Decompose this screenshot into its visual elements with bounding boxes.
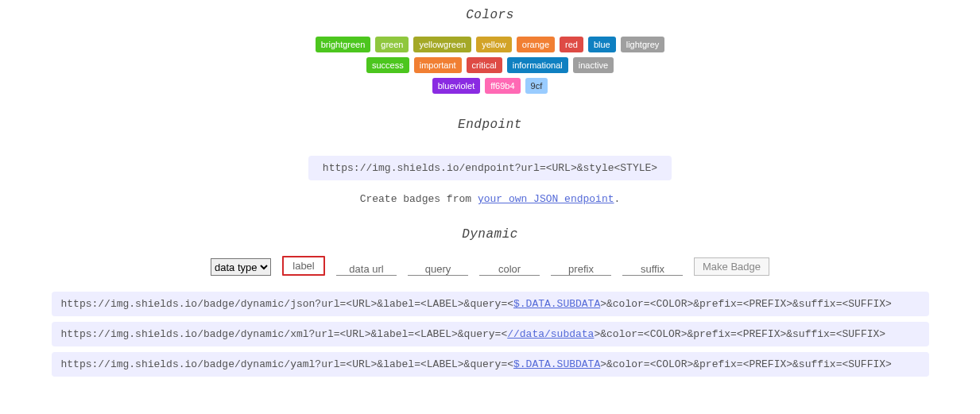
url-query-link[interactable]: $.DATA.SUBDATA xyxy=(513,358,600,370)
color-badge-important: important xyxy=(414,57,462,73)
color-badge-lightgrey: lightgrey xyxy=(621,37,665,52)
section-title-colors: Colors xyxy=(0,8,980,22)
label-input[interactable] xyxy=(282,256,325,276)
colors-badges: brightgreengreenyellowgreenyelloworanger… xyxy=(0,37,980,94)
datatype-select[interactable]: data type xyxy=(211,258,271,276)
endpoint-description: Create badges from your own JSON endpoin… xyxy=(0,193,980,205)
color-input[interactable] xyxy=(479,262,540,276)
url-post: >&color=<COLOR>&prefix=<PREFIX>&suffix=<… xyxy=(600,358,892,370)
url-post: >&color=<COLOR>&prefix=<PREFIX>&suffix=<… xyxy=(594,328,885,340)
dynamic-url-1: https://img.shields.io/badge/dynamic/xml… xyxy=(52,322,929,346)
color-badge-yellowgreen: yellowgreen xyxy=(413,37,471,52)
url-post: >&color=<COLOR>&prefix=<PREFIX>&suffix=<… xyxy=(600,298,892,310)
color-badge-inactive: inactive xyxy=(573,57,614,73)
endpoint-desc-link[interactable]: your own JSON endpoint xyxy=(478,193,614,205)
section-title-dynamic: Dynamic xyxy=(0,227,980,242)
color-badge-orange: orange xyxy=(517,37,555,52)
endpoint-url: https://img.shields.io/endpoint?url=<URL… xyxy=(308,156,672,180)
dynamic-form: data type Make Badge xyxy=(0,256,980,276)
dynamic-url-0: https://img.shields.io/badge/dynamic/jso… xyxy=(52,292,929,316)
color-badge-ff69b4: ff69b4 xyxy=(485,78,520,94)
color-badge-informational: informational xyxy=(507,57,568,73)
url-pre: https://img.shields.io/badge/dynamic/xml… xyxy=(61,328,508,340)
color-badge-blue: blue xyxy=(588,37,616,52)
color-badge-blueviolet: blueviolet xyxy=(432,78,480,94)
dynamic-url-2: https://img.shields.io/badge/dynamic/yam… xyxy=(52,352,929,377)
dataurl-input[interactable] xyxy=(336,262,397,276)
url-query-link[interactable]: $.DATA.SUBDATA xyxy=(513,298,600,310)
make-badge-button[interactable]: Make Badge xyxy=(694,257,769,276)
endpoint-desc-post: . xyxy=(614,193,621,205)
query-input[interactable] xyxy=(408,262,468,276)
color-badge-red: red xyxy=(560,37,583,52)
endpoint-desc-pre: Create badges from xyxy=(360,193,478,205)
section-title-endpoint: Endpoint xyxy=(0,118,980,132)
color-badge-brightgreen: brightgreen xyxy=(316,37,371,52)
url-query-link[interactable]: //data/subdata xyxy=(507,328,594,340)
prefix-input[interactable] xyxy=(551,262,611,276)
suffix-input[interactable] xyxy=(622,262,683,276)
color-badge-yellow: yellow xyxy=(476,37,512,52)
color-badge-success: success xyxy=(366,57,409,73)
dynamic-urls: https://img.shields.io/badge/dynamic/jso… xyxy=(0,292,980,377)
color-badge-green: green xyxy=(375,37,409,52)
url-pre: https://img.shields.io/badge/dynamic/jso… xyxy=(61,298,514,310)
color-badge-critical: critical xyxy=(467,57,502,73)
color-badge-9cf: 9cf xyxy=(525,78,548,94)
url-pre: https://img.shields.io/badge/dynamic/yam… xyxy=(61,358,514,370)
